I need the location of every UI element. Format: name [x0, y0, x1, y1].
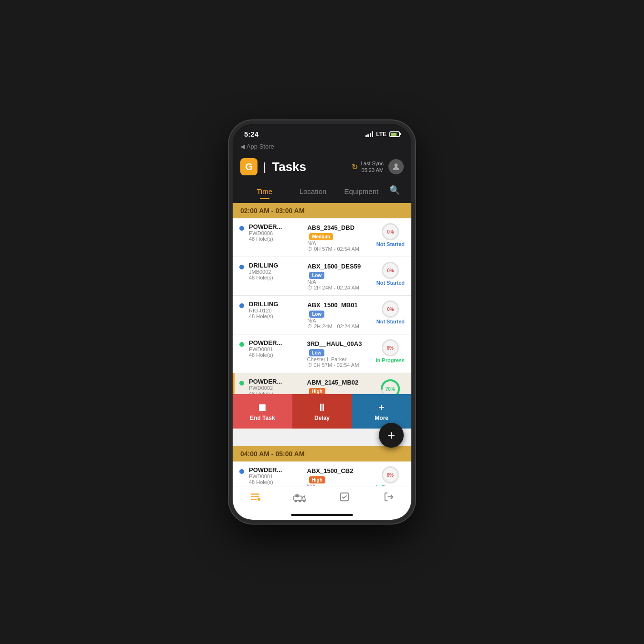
task-id: PWD0001 [249, 473, 302, 479]
svg-rect-4 [251, 496, 259, 498]
task-time: ⏱2H 24M - 02:24 AM [307, 285, 372, 290]
task-dot [239, 342, 244, 347]
task-id: PWD0006 [249, 230, 302, 236]
sync-icon: ↻ [352, 162, 358, 172]
svg-point-10 [299, 500, 301, 502]
progress-circle: 0% [382, 339, 399, 356]
end-task-label: End Task [250, 415, 275, 421]
signal-icon [365, 131, 374, 137]
delay-button[interactable]: ⏸ Delay [292, 394, 352, 429]
fab-add-button[interactable]: + [379, 423, 404, 448]
svg-marker-8 [302, 496, 306, 500]
pause-icon: ⏸ [317, 401, 327, 414]
task-assignee: N/A [307, 279, 372, 285]
task-dot [239, 381, 244, 386]
app-title-area: G | Tasks [240, 158, 306, 175]
task-name: ABM_2145_MB02 [307, 379, 359, 386]
status-text: Not Started [376, 241, 405, 247]
task-name-area: ABX_1500_CB2 High N/A ⏱0H 57M - 04:06 AM [307, 466, 371, 486]
task-info: DRILLING JMB0002 48 Hole(s) [249, 262, 302, 280]
nav-logout[interactable] [367, 491, 412, 503]
app-header: G | Tasks ↻ Last Sync 05:23 AM [233, 153, 411, 181]
task-name: ABX_1500_MB01 [307, 301, 358, 309]
svg-point-9 [295, 500, 297, 502]
task-name: ABX_1500_CB2 [307, 467, 354, 474]
task-dot [239, 265, 244, 269]
task-dot [239, 303, 244, 308]
task-holes: 48 Hole(s) [249, 352, 302, 358]
more-button[interactable]: + More [352, 394, 411, 429]
tab-location[interactable]: Location [289, 183, 337, 199]
task-type: POWDER... [249, 339, 302, 346]
avatar[interactable] [388, 159, 404, 174]
task-time: ⏱2H 24M - 02:24 AM [307, 323, 372, 329]
svg-rect-5 [251, 499, 257, 500]
end-task-button[interactable]: ⏹ End Task [233, 394, 292, 429]
content-area[interactable]: 02:00 AM - 03:00 AM POWDER... PWD0006 48… [233, 203, 411, 486]
lte-label: LTE [376, 131, 386, 138]
task-item[interactable]: DRILLING RIG-0120 48 Hole(s) ABX_1500_MB… [233, 296, 411, 334]
back-link[interactable]: App Store [240, 143, 274, 150]
svg-rect-3 [251, 494, 259, 495]
home-bar [291, 514, 353, 516]
status-text: Not Started [376, 280, 405, 286]
tab-bar: Time Location Equipment 🔍 [233, 181, 411, 203]
task-assignee: N/A [307, 318, 372, 323]
task-badge: Low [309, 272, 324, 279]
task-assignee: Chester L Parker [307, 356, 371, 362]
status-text: In Progress [376, 484, 405, 486]
task-time: ⏱0H 57M - 02:54 AM [307, 246, 372, 252]
task-type: POWDER... [249, 466, 302, 473]
task-id: PWD0001 [249, 346, 302, 352]
task-item[interactable]: DRILLING JMB0002 48 Hole(s) ABX_1500_DES… [233, 257, 411, 296]
nav-checklist[interactable] [322, 491, 367, 503]
svg-point-6 [258, 498, 260, 501]
delay-label: Delay [314, 415, 330, 421]
progress-circle: 0% [382, 262, 399, 279]
task-status-area: 0% Not Started [376, 223, 405, 247]
task-name-area: ABS_2345_DBDMedium N/A ⏱0H 57M - 02:54 A… [307, 223, 372, 252]
task-name: ABX_1500_DES59 [307, 263, 361, 270]
task-holes: 48 Hole(s) [249, 479, 302, 485]
task-name-area: 3RD__HAUL_00A3Low Chester L Parker ⏱0H 5… [307, 339, 371, 368]
header-right: ↻ Last Sync 05:23 AM [352, 159, 404, 174]
task-status-area: 0% In Progress [376, 339, 405, 363]
task-status-area: 0% Not Started [376, 262, 405, 286]
tab-time[interactable]: Time [240, 183, 289, 199]
task-badge: Low [309, 311, 324, 318]
task-dot [239, 226, 244, 231]
task-assignee: N/A [307, 483, 371, 486]
status-text: Not Started [376, 319, 405, 324]
battery-icon [389, 131, 400, 137]
task-item[interactable]: POWDER... PWD0001 48 Hole(s) ABX_1500_CB… [233, 462, 411, 486]
status-text: In Progress [376, 357, 405, 363]
status-right: LTE [365, 131, 400, 138]
nav-equipment[interactable] [278, 491, 322, 503]
progress-circle: 0% [382, 223, 399, 240]
task-badge: Medium [309, 233, 333, 240]
task-type: POWDER... [249, 223, 302, 230]
back-bar: App Store [233, 141, 411, 153]
task-id: RIG-0120 [249, 308, 302, 313]
search-icon[interactable]: 🔍 [386, 181, 404, 199]
task-info: POWDER... PWD0001 48 Hole(s) [249, 466, 302, 485]
task-holes: 48 Hole(s) [249, 313, 302, 319]
section-header-0400: 04:00 AM - 05:00 AM [233, 446, 411, 462]
tab-equipment[interactable]: Equipment [337, 183, 386, 199]
sync-info: ↻ Last Sync 05:23 AM [352, 160, 384, 174]
section-header-0200: 02:00 AM - 03:00 AM [233, 203, 411, 218]
progress-percent: 70% [386, 386, 395, 392]
task-badge: Low [309, 349, 324, 356]
svg-point-0 [395, 163, 398, 167]
task-badge: High [309, 476, 325, 483]
task-item[interactable]: POWDER... PWD0006 48 Hole(s) ABS_2345_DB… [233, 218, 411, 257]
svg-rect-12 [296, 494, 299, 497]
nav-tasks[interactable] [233, 491, 278, 503]
task-holes: 48 Hole(s) [249, 236, 302, 242]
task-name-area: ABX_1500_DES59Low N/A ⏱2H 24M - 02:24 AM [307, 262, 372, 290]
task-info: DRILLING RIG-0120 48 Hole(s) [249, 301, 302, 319]
task-item[interactable]: POWDER... PWD0001 48 Hole(s) 3RD__HAUL_0… [233, 334, 411, 373]
app-logo: G [240, 158, 258, 175]
bottom-nav [233, 486, 411, 510]
task-status-area: 0% Not Started [376, 301, 405, 324]
